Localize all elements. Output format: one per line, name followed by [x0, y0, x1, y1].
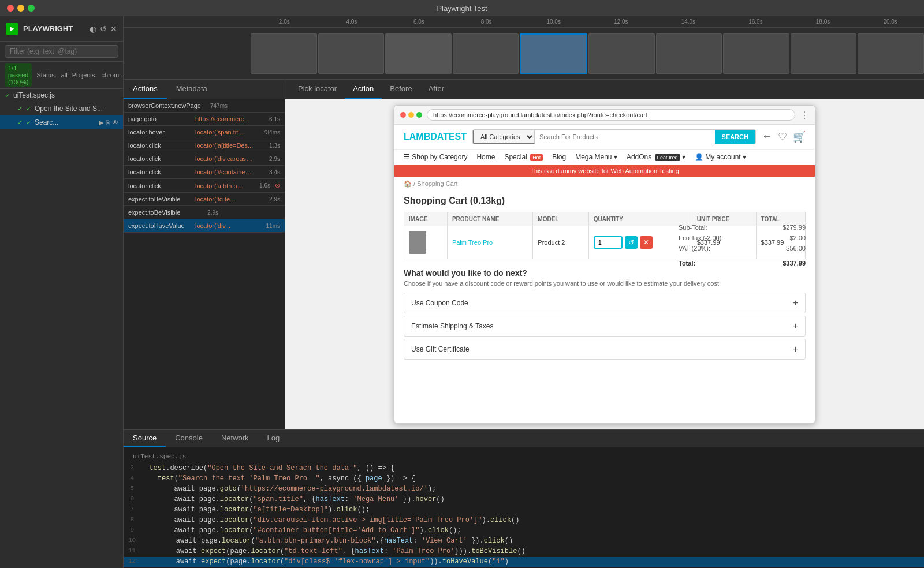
passed-badge: 1/1 passed (100%) [5, 63, 32, 87]
action-row-2[interactable]: locator.hover locator('span.titl... 734m… [124, 126, 285, 139]
accordion-coupon-header[interactable]: Use Coupon Code + [404, 293, 805, 313]
filter-input[interactable] [5, 45, 118, 58]
breadcrumb-home-link[interactable]: 🏠 [404, 180, 412, 187]
tab-actions[interactable]: Actions [124, 80, 167, 99]
tab-console[interactable]: Console [166, 430, 212, 447]
browser-menu-icon[interactable]: ⋮ [800, 110, 809, 121]
line-number: 11 [124, 547, 143, 554]
action-row-8[interactable]: expect.toBeVisible 2.9s [124, 206, 285, 219]
action-row-3[interactable]: locator.click locator('a[title=Des... 1.… [124, 139, 285, 152]
accordion-gift-header[interactable]: Use Gift Certificate + [404, 339, 805, 359]
action-row-0[interactable]: browserContext.newPage 747ms [124, 99, 285, 113]
projects-value: chrom... [102, 72, 125, 79]
action-time: 6.1s [257, 116, 280, 122]
category-select[interactable]: All Categories [473, 130, 535, 144]
thumbnail-active[interactable] [520, 33, 587, 74]
browser-toolbar: https://ecommerce-playground.lambdatest.… [394, 106, 815, 125]
tab-log[interactable]: Log [258, 430, 289, 447]
thumbnail-6[interactable] [656, 33, 722, 74]
action-locator: locator('div... [195, 222, 254, 229]
nav-account[interactable]: 👤 My account ▾ [695, 153, 746, 161]
source-filename: uiTest.spec.js [124, 452, 924, 464]
action-row-9[interactable]: expect.toHaveValue locator('div... 11ms [124, 219, 285, 233]
product-name-link[interactable]: Palm Treo Pro [452, 239, 493, 246]
col-image: IMAGE [404, 212, 448, 226]
tick-10: 20.0s [856, 18, 924, 25]
tab-pick-locator[interactable]: Pick locator [290, 80, 345, 99]
header-icons: ◐ ↺ ✕ [90, 24, 117, 33]
action-row-6[interactable]: locator.click locator('a.btn.bt... 1.6s … [124, 179, 285, 193]
action-time: 3.4s [257, 169, 280, 175]
action-row-7[interactable]: expect.toBeVisible locator('td.te... 2.9… [124, 193, 285, 206]
main-container: ▶ PLAYWRIGHT ◐ ↺ ✕ 1/1 passed (100%) Sta… [0, 16, 924, 568]
browser-url-bar[interactable]: https://ecommerce-playground.lambdatest.… [427, 109, 795, 121]
action-locator: locator('a[title=Des... [195, 142, 254, 149]
thumbnail-5[interactable] [588, 33, 655, 74]
action-row-1[interactable]: page.goto https://ecommerce-pl... 6.1s [124, 113, 285, 126]
browser-traffic-lights [400, 112, 422, 118]
eye-icon[interactable]: 👁 [112, 119, 118, 126]
nav-blog[interactable]: Blog [552, 153, 566, 161]
line-number: 6 [124, 495, 141, 502]
test-item-open[interactable]: ✓ ✓ Open the Site and S... [0, 102, 123, 115]
wishlist-icon[interactable]: ♡ [778, 130, 787, 143]
browser-page: LAMBDATEST All Categories SEARCH ← [394, 125, 815, 423]
filter-bar [0, 42, 123, 62]
line-number: 12 [124, 558, 143, 565]
search-input[interactable] [535, 130, 715, 144]
thumbnail-8[interactable] [791, 33, 857, 74]
nav-shop-category[interactable]: ☰ Shop by Category [404, 153, 467, 161]
col-product: PRODUCT NAME [447, 212, 532, 226]
test-group-item[interactable]: ✓ uiTest.spec.js [0, 89, 123, 102]
vat-value: $56.00 [786, 245, 806, 252]
thumbnail-3[interactable] [385, 33, 452, 74]
nav-special[interactable]: Special Hot [504, 153, 543, 161]
thumbnail-1[interactable] [251, 33, 317, 74]
cart-icon[interactable]: 🛒 [793, 130, 806, 143]
quantity-remove-button[interactable]: ✕ [640, 236, 653, 249]
close-icon[interactable]: ✕ [110, 24, 117, 33]
tab-action[interactable]: Action [345, 80, 382, 99]
accordion-shipping-header[interactable]: Estimate Shipping & Taxes + [404, 316, 805, 336]
thumbnail-2[interactable] [318, 33, 385, 74]
action-row-5[interactable]: locator.click locator('#container ... 3.… [124, 166, 285, 179]
summary-subtotal: Sub-Total: $279.99 [679, 222, 806, 233]
action-row-4[interactable]: locator.click locator('div.carouse... 2.… [124, 152, 285, 166]
back-icon[interactable]: ← [762, 130, 772, 143]
accordion-plus-icon: + [793, 298, 798, 308]
copy-test-button[interactable]: ⎘ [106, 119, 110, 126]
col-quantity: QUANTITY [588, 212, 692, 226]
run-test-button[interactable]: ▶ [99, 119, 103, 126]
playwright-logo-icon: ▶ [6, 23, 18, 35]
nav-mega-menu[interactable]: Mega Menu ▾ [575, 153, 617, 161]
source-line-5: 5 await page.goto('https://ecommerce-pla… [124, 484, 924, 495]
tab-metadata[interactable]: Metadata [167, 80, 217, 99]
nav-home[interactable]: Home [476, 153, 495, 161]
thumbnail-9[interactable] [858, 33, 924, 74]
tab-after[interactable]: After [420, 80, 452, 99]
shop-header: LAMBDATEST All Categories SEARCH ← [394, 125, 815, 150]
tab-before[interactable]: Before [382, 80, 420, 99]
maximize-window-button[interactable] [28, 5, 35, 12]
browser-maximize-icon [416, 112, 422, 118]
timeline-bar: 2.0s 4.0s 6.0s 8.0s 10.0s 12.0s 14.0s 16… [124, 16, 924, 80]
theme-toggle-icon[interactable]: ◐ [90, 24, 96, 33]
nav-addons[interactable]: AddOns Featured ▾ [627, 153, 685, 161]
thumbnail-7[interactable] [723, 33, 789, 74]
refresh-icon[interactable]: ↺ [100, 24, 107, 33]
cart-title: Shopping Cart (0.13kg) [404, 196, 806, 206]
close-window-button[interactable] [7, 5, 14, 12]
tab-network[interactable]: Network [212, 430, 258, 447]
test-item-search[interactable]: ✓ ✓ Searc... ▶ ⎘ 👁 [0, 115, 123, 129]
quantity-input[interactable] [594, 236, 623, 249]
search-bar: All Categories SEARCH [472, 129, 756, 144]
line-number: 4 [124, 474, 141, 481]
search-button[interactable]: SEARCH [715, 130, 755, 144]
minimize-window-button[interactable] [17, 5, 24, 12]
timeline-thumbs [124, 28, 924, 80]
tab-source[interactable]: Source [124, 430, 166, 447]
source-line-8: 8 await page.locator("div.carousel-item.… [124, 515, 924, 526]
thumbnail-4[interactable] [453, 33, 519, 74]
accordion-plus-icon: + [793, 321, 798, 331]
quantity-refresh-button[interactable]: ↺ [625, 236, 638, 249]
